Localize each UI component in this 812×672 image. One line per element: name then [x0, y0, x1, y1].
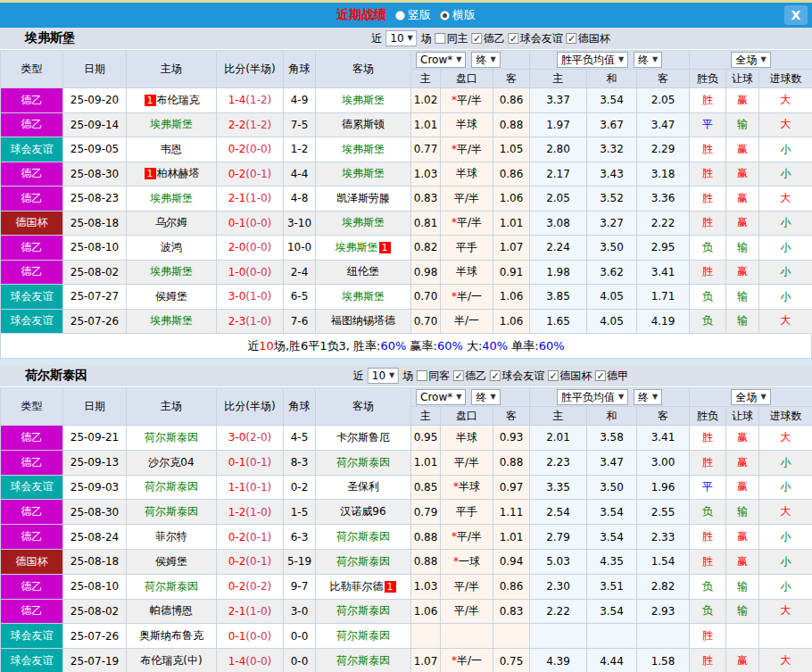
corner-cell: 4-8	[284, 187, 316, 212]
same-venue-label: 同主	[447, 31, 468, 46]
handicap-cell: *平/半	[441, 211, 493, 236]
fulltime-score: 0-2	[228, 580, 246, 593]
score-cell: 2-1(1-0)	[217, 187, 284, 212]
result-handicap-cell: 赢	[726, 187, 759, 212]
team-name: 埃弗斯堡	[150, 265, 193, 278]
match-row: 德乙25-08-301柏林赫塔0-2(0-1)4-4埃弗斯堡1.03半球0.86…	[1, 162, 812, 187]
mean-away-cell: 2.93	[637, 599, 690, 624]
odds-away-cell: 0.86	[493, 574, 530, 599]
result-handicap-cell: 赢	[726, 137, 759, 162]
near-label: 近	[371, 31, 382, 46]
match-count-select[interactable]: 10▼	[385, 30, 417, 46]
odds-away-cell: 1.01	[493, 525, 530, 550]
league-filter-checkbox[interactable]: ✓德乙	[472, 31, 505, 46]
result-handicap-cell: 输	[726, 599, 759, 624]
league-filter-checkbox[interactable]: ✓德国杯	[567, 31, 610, 46]
col-mean-home: 主	[530, 70, 587, 88]
fulltime-score: 0-1	[228, 217, 246, 229]
mean-draw-cell: 3.43	[587, 162, 637, 187]
close-icon: X	[791, 8, 801, 22]
date-cell: 25-08-23	[63, 187, 127, 212]
layout-radio[interactable]	[395, 11, 405, 21]
mean-home-cell: 2.23	[530, 450, 587, 475]
checkbox-icon: ✓	[548, 370, 559, 381]
mean-home-cell: 2.17	[530, 162, 587, 187]
league-filter-checkbox[interactable]: ✓德甲	[595, 369, 628, 384]
odds-home-cell: 1.03	[411, 574, 441, 599]
team-name: 菲尔特	[155, 530, 187, 543]
date-cell: 25-09-21	[63, 426, 127, 451]
score-cell: 2-0(0-0)	[217, 236, 284, 261]
col-score: 比分(半场)	[217, 51, 284, 88]
team-name: 荷尔斯泰因	[145, 431, 198, 444]
league-filter-checkbox[interactable]: ✓球会友谊	[490, 369, 544, 384]
team-name: 荷尔斯泰因	[336, 555, 390, 568]
fullmatch-select[interactable]: 全场▼	[731, 389, 770, 405]
odds-final-select[interactable]: 终▼	[471, 52, 500, 68]
result-wdl-cell: 胜	[690, 450, 726, 475]
match-count-select[interactable]: 10▼	[368, 368, 399, 384]
col-mean-away: 客	[637, 70, 690, 88]
fulltime-score: 0-2	[228, 168, 246, 180]
mean-away-cell: 2.95	[637, 236, 690, 261]
odds-away-cell: 1.06	[493, 285, 530, 310]
away-team-cell: 卡尔斯鲁厄	[316, 426, 411, 451]
same-venue-checkbox[interactable]: 同客	[417, 369, 450, 384]
layout-radio-label: 竖版	[408, 7, 431, 23]
close-button[interactable]: X	[784, 5, 808, 25]
handicap-cell: 半球	[441, 162, 493, 187]
mean-draw-cell: 3.62	[587, 260, 637, 285]
odds-company-select[interactable]: Crow*▼	[416, 52, 466, 68]
mean-final-select[interactable]: 终▼	[634, 52, 662, 68]
mean-away-cell: 1.58	[637, 649, 690, 672]
league-filter-checkbox[interactable]: ✓德国杯	[548, 369, 592, 384]
fulltime-score: 2-0	[228, 241, 246, 253]
mean-select[interactable]: 胜平负均值▼	[557, 389, 628, 405]
result-wdl-cell: 负	[690, 599, 726, 624]
odds-final-select[interactable]: 终▼	[471, 389, 500, 405]
team-name: 荷尔斯泰因	[145, 580, 198, 593]
league-type-cell: 德乙	[1, 525, 63, 550]
away-team-cell: 荷尔斯泰因	[316, 525, 411, 550]
result-wdl-cell: 负	[690, 236, 726, 261]
away-team-cell: 埃弗斯堡	[316, 88, 411, 113]
handicap-cell: *一球	[441, 549, 493, 574]
same-venue-checkbox[interactable]: 同主	[435, 31, 468, 46]
result-handicap-cell: 赢	[726, 211, 759, 236]
league-type-cell: 德乙	[1, 426, 63, 451]
corner-cell: 10-0	[284, 236, 316, 261]
date-cell: 25-09-14	[63, 112, 127, 137]
result-handicap-cell: 赢	[726, 649, 759, 672]
mean-away-cell: 2.29	[637, 137, 690, 162]
league-filter-checkbox[interactable]: ✓德乙	[453, 369, 486, 384]
fullmatch-select[interactable]: 全场▼	[731, 52, 770, 68]
team-name: 布伦瑞克	[157, 94, 200, 106]
result-handicap-cell: 赢	[726, 475, 759, 500]
home-team-cell: 1柏林赫塔	[127, 162, 217, 187]
matches-table-team2: 类型 日期 主场 比分(半场) 角球 客场 Crow*▼ 终▼ 胜平负均值▼ 终…	[0, 387, 812, 672]
away-team-cell: 荷尔斯泰因	[316, 549, 411, 574]
mean-select[interactable]: 胜平负均值▼	[557, 52, 628, 68]
chevron-down-icon: ▼	[456, 53, 461, 67]
chevron-down-icon: ▼	[760, 53, 766, 67]
result-goals-cell: 小	[759, 211, 812, 236]
corner-cell: 2-4	[284, 260, 316, 285]
col-mean-draw: 和	[587, 407, 637, 426]
date-cell: 25-09-05	[63, 137, 127, 162]
odds-home-cell: 0.88	[411, 549, 441, 574]
corner-cell: 0-0	[284, 649, 316, 672]
league-filter-checkbox[interactable]: ✓球会友谊	[509, 31, 563, 46]
layout-radio[interactable]	[440, 11, 450, 21]
mean-final-select[interactable]: 终▼	[634, 389, 662, 405]
result-handicap-cell: 赢	[726, 260, 759, 285]
halftime-score: (1-2)	[245, 119, 271, 131]
odds-company-select[interactable]: Crow*▼	[416, 389, 466, 405]
result-goals-cell: 小	[759, 549, 812, 574]
date-cell: 25-09-20	[63, 88, 127, 113]
away-team-cell: 埃弗斯堡1	[316, 236, 411, 261]
result-wdl-cell: 负	[690, 285, 726, 310]
score-cell: 0-2(0-1)	[217, 525, 284, 550]
league-type-cell: 德国杯	[1, 211, 63, 236]
home-team-cell: 荷尔斯泰因	[127, 426, 217, 451]
home-team-cell: 荷尔斯泰因	[127, 475, 217, 500]
